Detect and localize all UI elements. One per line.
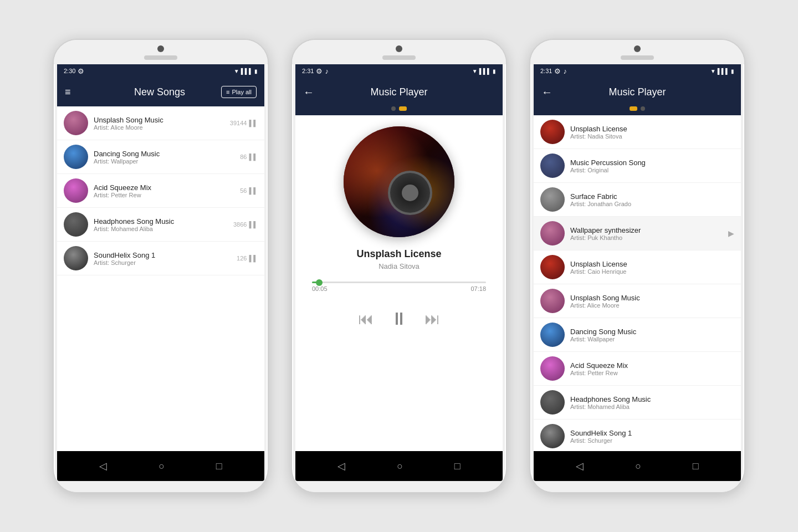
camera-2 [396, 45, 402, 52]
status-left-2: 2:31 ⚙ ♪ [302, 67, 329, 75]
app-bar-1: ≡ New Songs ≡ Play all [57, 78, 264, 106]
screen3-title: Music Player [575, 86, 700, 98]
pause-button[interactable]: ⏸ [390, 309, 408, 329]
bars-icon-1: ▌▌ [249, 120, 258, 126]
playlist-item-3[interactable]: Surface Fabric Artist: Jonathan Grado [534, 183, 741, 217]
song-meta-4: 3866 ▌▌ [233, 221, 258, 228]
music-icon-2: ♪ [325, 67, 329, 75]
phone-top-3 [530, 40, 744, 64]
music-icon-3: ♪ [563, 67, 567, 75]
prev-button[interactable]: ⏮ [358, 310, 374, 328]
nav-home-3[interactable]: ○ [635, 461, 641, 472]
playing-indicator: ▶ [728, 229, 734, 238]
playlist-thumb-10 [540, 424, 565, 448]
playlist-info-8: Acid Squeeze Mix Artist: Petter Rew [570, 361, 734, 376]
tab-dot-3-2[interactable] [641, 106, 645, 111]
playlist-info-6: Unsplash Song Music Artist: Alice Moore [570, 294, 734, 309]
playlist-artist-5: Artist: Caio Henrique [570, 268, 734, 275]
current-time: 00:05 [312, 285, 328, 292]
song-item-4[interactable]: Headphones Song Music Artist: Mohamed Al… [57, 208, 264, 242]
tab-dot-3-1[interactable] [630, 106, 637, 111]
nav-bar-1: ◁ ○ □ [57, 451, 264, 481]
song-info-4: Headphones Song Music Artist: Mohamed Al… [94, 217, 233, 232]
back-button-3[interactable]: ← [541, 86, 553, 99]
footer-space-1 [57, 481, 264, 492]
status-bar-3: 2:31 ⚙ ♪ ▼ ▌▌▌ ▮ [534, 64, 741, 78]
tab-dots-2 [295, 106, 503, 115]
play-all-button[interactable]: ≡ Play all [221, 86, 257, 98]
playlist-item-1[interactable]: Unsplash License Artist: Nadia Sitova [534, 115, 741, 149]
time-3: 2:31 [540, 68, 552, 74]
playlist-item-8[interactable]: Acid Squeeze Mix Artist: Petter Rew [534, 352, 741, 386]
playlist-artist-7: Artist: Wallpaper [570, 336, 734, 342]
playlist-item-10[interactable]: SoundHelix Song 1 Artist: Schurger [534, 420, 741, 451]
signal-icon-3: ▌▌▌ [718, 68, 729, 74]
nav-back-2[interactable]: ◁ [337, 460, 345, 472]
playlist-info-4: Wallpaper synthesizer Artist: Puk Khanth… [570, 226, 728, 241]
phone-top-1 [54, 40, 268, 64]
song-count-2: 86 [240, 154, 247, 160]
tab-dot-2[interactable] [399, 106, 407, 111]
song-artist-3: Artist: Petter Rew [94, 192, 240, 198]
playlist-title-4: Wallpaper synthesizer [570, 226, 728, 234]
progress-track[interactable] [312, 282, 486, 283]
speaker-3 [621, 55, 654, 60]
nav-bar-3: ◁ ○ □ [534, 451, 741, 481]
list-icon: ≡ [226, 89, 229, 95]
playlist-info-3: Surface Fabric Artist: Jonathan Grado [570, 192, 734, 207]
tab-dot-1[interactable] [391, 106, 396, 111]
playlist-item-7[interactable]: Dancing Song Music Artist: Wallpaper [534, 318, 741, 352]
song-thumb-5 [64, 246, 88, 270]
playlist-item-6[interactable]: Unsplash Song Music Artist: Alice Moore [534, 284, 741, 318]
playlist-item-2[interactable]: Music Percussion Song Artist: Original [534, 149, 741, 183]
playlist-title-3: Surface Fabric [570, 192, 734, 201]
nav-home-2[interactable]: ○ [397, 461, 403, 472]
song-item-1[interactable]: Unsplash Song Music Artist: Alice Moore … [57, 106, 264, 140]
playlist-info-9: Headphones Song Music Artist: Mohamed Al… [570, 395, 734, 410]
song-item-5[interactable]: SoundHelix Song 1 Artist: Schurger 126 ▌… [57, 242, 264, 275]
app-bar-2: ← Music Player [295, 78, 503, 106]
playlist-title-7: Dancing Song Music [570, 328, 734, 336]
nav-back-3[interactable]: ◁ [576, 460, 584, 472]
song-count-3: 56 [240, 187, 247, 194]
playlist-item-5[interactable]: Unsplash License Artist: Caio Henrique [534, 250, 741, 284]
phone-top-2 [292, 40, 506, 64]
playlist-thumb-4 [540, 221, 565, 245]
nav-back-1[interactable]: ◁ [99, 460, 107, 472]
battery-icon-2: ▮ [493, 68, 496, 74]
progress-thumb [316, 279, 323, 286]
back-button-2[interactable]: ← [303, 86, 314, 99]
playlist-title-2: Music Percussion Song [570, 158, 734, 167]
hamburger-icon[interactable]: ≡ [65, 86, 71, 98]
song-title-2: Dancing Song Music [94, 150, 240, 158]
time-1: 2:30 [64, 68, 75, 74]
nav-square-1[interactable]: □ [216, 461, 222, 472]
playlist-thumb-5 [540, 255, 565, 279]
gear-icon-3: ⚙ [554, 67, 561, 75]
nav-square-2[interactable]: □ [454, 461, 461, 472]
song-count-1: 39144 [230, 120, 247, 126]
signal-icon-1: ▌▌▌ [241, 68, 253, 74]
playlist-thumb-2 [540, 154, 565, 178]
song-item-3[interactable]: Acid Squeeze Mix Artist: Petter Rew 56 ▌… [57, 174, 264, 208]
playlist-thumb-1 [540, 120, 565, 144]
phones-container: 2:30 ⚙ ▼ ▌▌▌ ▮ ≡ New Songs ≡ Pla [42, 17, 756, 515]
song-thumb-3 [64, 178, 88, 203]
song-info-2: Dancing Song Music Artist: Wallpaper [94, 150, 240, 165]
phone-3: 2:31 ⚙ ♪ ▼ ▌▌▌ ▮ ← Music Player [529, 39, 745, 493]
song-artist-2: Artist: Wallpaper [94, 158, 240, 165]
footer-space-2 [295, 481, 503, 492]
nav-square-3[interactable]: □ [693, 461, 699, 472]
playlist-artist-6: Artist: Alice Moore [570, 302, 734, 309]
playlist-item-4[interactable]: Wallpaper synthesizer Artist: Puk Khanth… [534, 217, 741, 250]
nav-home-1[interactable]: ○ [158, 461, 165, 472]
album-art [344, 126, 454, 237]
song-item-2[interactable]: Dancing Song Music Artist: Wallpaper 86 … [57, 140, 264, 174]
playlist-item-9[interactable]: Headphones Song Music Artist: Mohamed Al… [534, 386, 741, 420]
song-meta-2: 86 ▌▌ [240, 154, 258, 160]
playlist-artist-4: Artist: Puk Khantho [570, 234, 728, 241]
next-button[interactable]: ⏭ [424, 310, 440, 328]
playlist-thumb-6 [540, 289, 565, 313]
screen2-title: Music Player [336, 86, 462, 98]
screen-3: 2:31 ⚙ ♪ ▼ ▌▌▌ ▮ ← Music Player [534, 64, 741, 451]
